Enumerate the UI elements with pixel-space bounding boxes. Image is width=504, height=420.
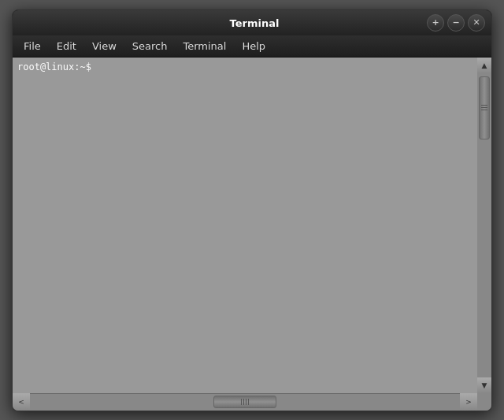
menu-file[interactable]: File	[16, 39, 49, 54]
window-title: Terminal	[230, 17, 280, 29]
menu-view[interactable]: View	[84, 39, 124, 54]
title-bar: Terminal + − ✕	[13, 10, 491, 35]
menu-help[interactable]: Help	[234, 39, 273, 54]
minimize-button[interactable]: −	[447, 14, 465, 32]
vertical-scrollbar: ▲ ▼	[477, 58, 491, 393]
title-bar-right: + − ✕	[427, 14, 485, 32]
menu-edit[interactable]: Edit	[49, 39, 84, 54]
add-button[interactable]: +	[427, 14, 444, 32]
vscrollbar-track	[477, 73, 491, 377]
terminal-window: Terminal + − ✕ File Edit View Search Ter…	[12, 9, 492, 411]
scroll-right-arrow[interactable]: >	[460, 393, 477, 411]
hscrollbar-grip	[241, 399, 249, 405]
terminal-prompt: root@linux:~$	[17, 61, 472, 74]
hscrollbar-track	[30, 394, 460, 411]
menu-search[interactable]: Search	[124, 39, 176, 54]
vscrollbar-thumb[interactable]	[479, 76, 490, 139]
menu-terminal[interactable]: Terminal	[175, 39, 234, 54]
close-button[interactable]: ✕	[468, 14, 485, 32]
scroll-left-arrow[interactable]: <	[13, 393, 30, 411]
menu-bar: File Edit View Search Terminal Help	[13, 35, 491, 58]
terminal-body: root@linux:~$ ▲ ▼	[13, 58, 491, 393]
vscrollbar-grip	[481, 105, 487, 110]
scroll-up-arrow[interactable]: ▲	[477, 58, 491, 73]
scroll-down-arrow[interactable]: ▼	[477, 377, 491, 393]
terminal-content[interactable]: root@linux:~$	[13, 58, 477, 393]
hscrollbar-thumb[interactable]	[213, 396, 276, 408]
horizontal-scrollbar: < >	[13, 393, 491, 411]
title-bar-center: Terminal	[82, 15, 427, 30]
scrollbar-corner	[477, 393, 491, 411]
